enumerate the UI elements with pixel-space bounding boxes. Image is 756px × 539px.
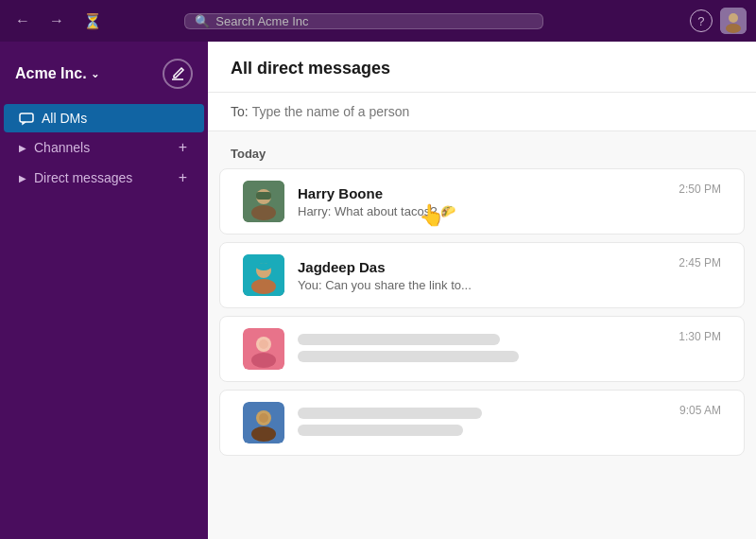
dm-preview-harry: Harry: What about tacos? 🌮	[298, 204, 665, 218]
dm-item-jagdeep[interactable]: Jagdeep Das You: Can you share the link …	[219, 242, 745, 308]
placeholder-preview-4	[298, 425, 463, 436]
avatar-jagdeep	[243, 254, 284, 296]
avatar-person4	[243, 402, 284, 443]
placeholder-preview-3	[298, 351, 519, 362]
svg-point-10	[251, 279, 276, 294]
svg-rect-7	[256, 192, 271, 200]
message-list: Today Harry Boone Harry: What about taco…	[208, 131, 756, 539]
main-layout: Acme Inc. ⌄ All DMs ▶ Channels +	[0, 42, 756, 539]
svg-point-11	[256, 263, 271, 270]
to-label: To:	[231, 104, 249, 119]
dm-item-person3[interactable]: 1:30 PM	[219, 316, 745, 382]
svg-rect-3	[20, 113, 33, 122]
search-icon: 🔍	[195, 14, 210, 28]
to-field[interactable]: To:	[208, 93, 756, 131]
topbar: ← → ⏳ 🔍 ?	[0, 0, 756, 42]
svg-point-6	[251, 205, 276, 220]
sidebar-section-channels[interactable]: ▶ Channels +	[4, 132, 204, 163]
date-divider: Today	[208, 131, 756, 168]
dm-body-harry: Harry Boone Harry: What about tacos? 🌮	[298, 185, 665, 218]
avatar-harry	[243, 181, 284, 222]
help-button[interactable]: ?	[690, 9, 713, 32]
workspace-name[interactable]: Acme Inc. ⌄	[15, 65, 99, 82]
dm-time-jagdeep: 2:45 PM	[679, 254, 721, 270]
history-button[interactable]: ⏳	[77, 9, 108, 34]
svg-point-15	[259, 339, 268, 349]
dm-body-person4	[298, 404, 666, 442]
sidebar-header: Acme Inc. ⌄	[0, 51, 208, 104]
user-avatar-topbar[interactable]	[720, 8, 747, 34]
dm-body-person3	[298, 330, 665, 368]
sidebar: Acme Inc. ⌄ All DMs ▶ Channels +	[0, 42, 208, 539]
add-dm-button[interactable]: +	[177, 169, 189, 186]
placeholder-name-3	[298, 334, 500, 345]
dm-item-person4[interactable]: 9:05 AM	[219, 390, 745, 456]
back-button[interactable]: ←	[9, 9, 36, 33]
dm-collapse-icon: ▶	[19, 173, 26, 183]
dm-name-jagdeep: Jagdeep Das	[298, 259, 665, 275]
placeholder-name-4	[298, 408, 482, 419]
avatar-person3	[243, 328, 284, 370]
workspace-chevron-icon: ⌄	[91, 68, 99, 80]
svg-point-1	[729, 13, 738, 23]
compose-button[interactable]	[163, 59, 193, 89]
dm-preview-jagdeep: You: Can you share the link to...	[298, 278, 665, 292]
topbar-right: ?	[690, 8, 747, 34]
content-header: All direct messages	[208, 42, 756, 93]
svg-point-2	[726, 24, 741, 33]
sidebar-section-direct-messages[interactable]: ▶ Direct messages +	[4, 163, 204, 193]
sidebar-item-all-dms[interactable]: All DMs	[4, 104, 204, 132]
to-input[interactable]	[252, 104, 733, 119]
content-area: All direct messages To: Today Har	[208, 42, 756, 539]
svg-point-14	[251, 353, 276, 368]
dm-body-jagdeep: Jagdeep Das You: Can you share the link …	[298, 259, 665, 292]
search-bar[interactable]: 🔍	[184, 13, 543, 29]
dm-time-harry: 2:50 PM	[679, 181, 721, 196]
search-input[interactable]	[215, 14, 533, 28]
dm-item-harry[interactable]: Harry Boone Harry: What about tacos? 🌮 2…	[219, 168, 745, 235]
svg-point-19	[259, 413, 268, 423]
page-title: All direct messages	[231, 59, 733, 78]
add-channel-button[interactable]: +	[177, 139, 189, 156]
dm-name-harry: Harry Boone	[298, 185, 665, 201]
dm-time-person3: 1:30 PM	[679, 328, 721, 343]
dm-time-person4: 9:05 AM	[679, 402, 721, 417]
svg-point-18	[251, 426, 276, 442]
forward-button[interactable]: →	[43, 9, 70, 33]
channels-collapse-icon: ▶	[19, 143, 26, 153]
